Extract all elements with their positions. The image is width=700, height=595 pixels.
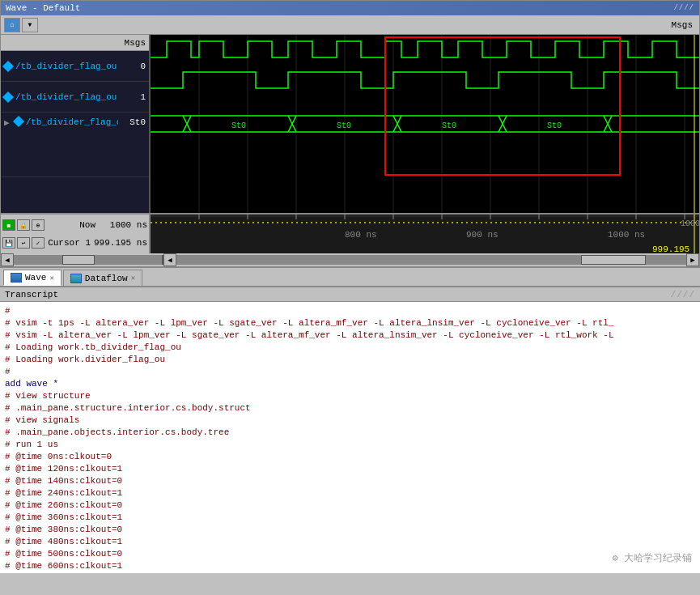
transcript-line-10: # .main_pane.objects.interior.cs.body.tr…: [5, 427, 695, 439]
ctrl-icon-lock[interactable]: 🔒: [17, 219, 30, 231]
now-value: 1000 ns: [99, 220, 147, 230]
right-scroll-track[interactable]: [176, 255, 686, 265]
control-row-cursor: 💾 ↩ ✓ Cursor 1 999.195 ns: [2, 234, 147, 252]
now-label: Now: [48, 220, 95, 230]
svg-rect-122: [529, 222, 531, 223]
svg-rect-63: [243, 222, 244, 223]
signal-row-0[interactable]: /tb_divider_flag_ou... 0: [1, 51, 149, 82]
svg-rect-97: [408, 222, 409, 223]
svg-rect-145: [641, 222, 643, 223]
signal-value-2: St0: [121, 117, 146, 127]
svg-rect-142: [626, 222, 628, 223]
svg-rect-51: [185, 222, 186, 223]
svg-rect-46: [160, 222, 162, 223]
scroll-mid-left-btn[interactable]: ◀: [163, 253, 176, 266]
signal-value-0: 0: [121, 62, 146, 71]
signal-diamond-0: [2, 60, 14, 71]
svg-rect-67: [262, 222, 264, 223]
transcript-line-19: # @time 480ns:clkout=1: [5, 536, 695, 548]
transcript-line-6: add wave *: [5, 378, 695, 390]
svg-rect-116: [500, 222, 502, 223]
transcript-line-12: # @time 0ns:clkout=0: [5, 451, 695, 463]
transcript-line-9: # view signals: [5, 414, 695, 427]
svg-rect-129: [563, 222, 565, 223]
svg-rect-53: [194, 222, 196, 223]
scroll-right-btn[interactable]: ▶: [686, 253, 699, 266]
svg-rect-73: [291, 222, 293, 223]
ctrl-icon-save[interactable]: 💾: [2, 237, 15, 249]
svg-rect-149: [660, 222, 662, 223]
svg-rect-100: [422, 222, 424, 223]
svg-rect-80: [325, 222, 327, 223]
tab-dataflow[interactable]: Dataflow ✕: [63, 270, 142, 286]
svg-rect-82: [335, 222, 337, 223]
svg-rect-44: [151, 222, 152, 223]
left-scroll-track[interactable]: [14, 255, 163, 265]
svg-rect-119: [515, 222, 516, 223]
svg-rect-65: [252, 222, 254, 223]
tab-wave[interactable]: Wave ✕: [3, 270, 62, 286]
svg-rect-108: [461, 222, 463, 223]
svg-rect-77: [311, 222, 312, 223]
signal-row-2[interactable]: ▶ /tb_divider_flag_ou... St0: [1, 113, 149, 177]
svg-rect-94: [393, 222, 395, 223]
wave-bottom-bar: ■ 🔒 ⊕ Now 1000 ns 💾 ↩ ✓ Cursor 1 999.195…: [1, 213, 699, 253]
wave-tab-close[interactable]: ✕: [49, 274, 53, 283]
svg-rect-74: [296, 222, 298, 223]
svg-rect-88: [364, 222, 366, 223]
toolbar-home-btn[interactable]: ⌂: [4, 18, 20, 32]
svg-rect-115: [495, 222, 497, 223]
svg-rect-107: [456, 222, 458, 223]
dataflow-tab-close[interactable]: ✕: [131, 274, 135, 283]
scroll-left-btn[interactable]: ◀: [1, 253, 14, 266]
ctrl-icon-zoom[interactable]: ⊕: [32, 219, 45, 231]
svg-text:St0: St0: [442, 121, 456, 130]
right-scroll-thumb[interactable]: [581, 255, 646, 265]
svg-rect-151: [670, 222, 672, 223]
dataflow-tab-icon: [70, 274, 82, 283]
transcript-drag-handle: ////: [671, 290, 695, 300]
signal-header: Msgs: [1, 35, 149, 51]
svg-rect-110: [471, 222, 473, 223]
ctrl-icon-undo[interactable]: ↩: [17, 237, 30, 249]
horizontal-scrollbar: ◀ ◀ ▶: [1, 253, 699, 266]
transcript-line-2: # vsim -L altera_ver -L lpm_ver -L sgate…: [5, 329, 695, 342]
svg-rect-92: [384, 222, 385, 223]
transcript-line-15: # @time 240ns:clkout=1: [5, 487, 695, 499]
svg-rect-60: [228, 222, 230, 223]
svg-rect-126: [549, 222, 550, 223]
transcript-line-3: # Loading work.tb_divider_flag_ou: [5, 342, 695, 354]
signal-row-1[interactable]: /tb_divider_flag_ou... 1: [1, 82, 149, 113]
transcript-line-1: # vsim -t 1ps -L altera_ver -L lpm_ver -…: [5, 317, 695, 329]
svg-rect-123: [534, 222, 536, 223]
svg-rect-102: [432, 222, 434, 223]
svg-rect-45: [155, 222, 157, 223]
wave-window: Wave - Default //// ⌂ ▼ Msgs Msgs /tb_di…: [0, 0, 700, 267]
svg-rect-58: [218, 222, 220, 223]
ctrl-icon-check[interactable]: ✓: [32, 237, 45, 249]
signal-name-2: /tb_divider_flag_ou...: [26, 117, 118, 127]
dataflow-tab-label: Dataflow: [85, 274, 128, 283]
control-row-now: ■ 🔒 ⊕ Now 1000 ns: [2, 216, 147, 234]
waveform-display[interactable]: St0 St0 St0 St0: [151, 35, 699, 213]
ctrl-icon-green[interactable]: ■: [2, 219, 15, 231]
window-controls: ////: [673, 3, 694, 13]
wave-main-area: Msgs /tb_divider_flag_ou... 0 /tb_divide…: [1, 35, 699, 213]
svg-rect-144: [636, 222, 638, 223]
transcript-line-7: # view structure: [5, 390, 695, 402]
svg-rect-98: [413, 222, 414, 223]
timeline-svg: 800 ns 900 ns 1000 ns 999.195 1000 ns: [151, 215, 699, 253]
svg-rect-48: [170, 222, 172, 223]
waveform-svg: St0 St0 St0 St0: [151, 35, 699, 213]
left-scroll-thumb[interactable]: [62, 255, 95, 265]
cursor-value: 999.195 ns: [94, 238, 147, 248]
svg-rect-103: [437, 222, 439, 223]
svg-rect-121: [524, 222, 526, 223]
toolbar-dropdown-btn[interactable]: ▼: [22, 18, 38, 32]
transcript-title: Transcript: [5, 290, 58, 300]
transcript-line-13: # @time 120ns:clkout=1: [5, 463, 695, 475]
svg-rect-72: [286, 222, 288, 223]
svg-rect-139: [612, 222, 613, 223]
svg-rect-91: [379, 222, 380, 223]
svg-rect-93: [388, 222, 390, 223]
